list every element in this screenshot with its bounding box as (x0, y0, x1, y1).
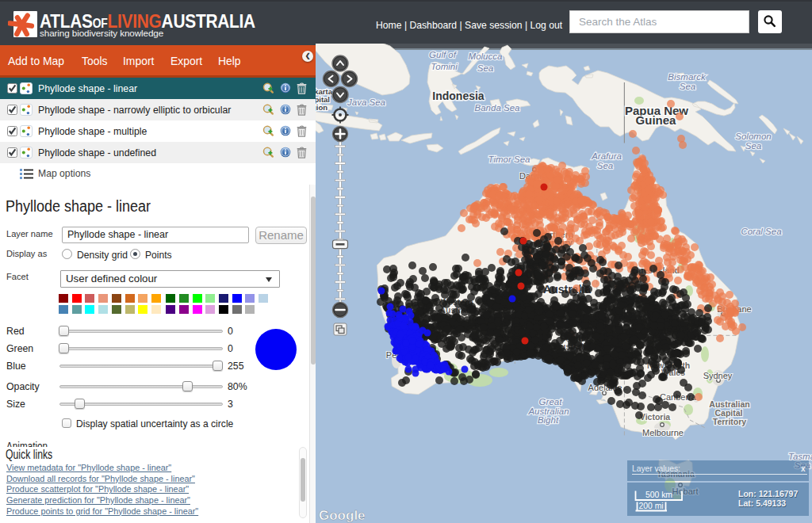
svg-text:Sea: Sea (680, 82, 695, 91)
svg-text:Sea: Sea (597, 161, 613, 170)
svg-text:Molucca: Molucca (469, 52, 503, 61)
svg-text:500 km: 500 km (645, 491, 672, 499)
svg-text:Bight: Bight (538, 415, 559, 425)
svg-text:Timor Sea: Timor Sea (488, 155, 530, 164)
svg-text:Victoria: Victoria (640, 412, 670, 422)
svg-text:Layer values:: Layer values: (632, 464, 680, 473)
svg-text:200 mi: 200 mi (638, 502, 663, 510)
svg-text:Google: Google (319, 508, 366, 523)
svg-text:Sydney: Sydney (703, 371, 733, 380)
svg-text:Guinea: Guinea (636, 113, 677, 127)
svg-text:Gulf of: Gulf of (429, 50, 458, 59)
svg-text:Banda Sea: Banda Sea (475, 103, 520, 113)
svg-text:gion: gion (316, 103, 327, 112)
svg-text:Java Sea: Java Sea (347, 97, 385, 107)
svg-text:Bismarck: Bismarck (668, 72, 707, 82)
svg-text:Indonesia: Indonesia (432, 90, 485, 102)
svg-text:Coral Sea: Coral Sea (741, 227, 781, 236)
svg-text:Arafura: Arafura (591, 151, 622, 161)
svg-text:Tomini: Tomini (431, 62, 458, 71)
svg-text:Sea: Sea (477, 63, 493, 73)
svg-text:Melbourne: Melbourne (642, 428, 684, 437)
svg-text:Lon: 121.16797: Lon: 121.16797 (738, 489, 798, 498)
svg-text:Territory: Territory (713, 417, 747, 426)
svg-text:Solomon: Solomon (735, 132, 771, 141)
svg-text:Sea: Sea (745, 141, 761, 151)
svg-text:Great: Great (539, 397, 563, 407)
svg-text:x: x (801, 464, 806, 473)
svg-text:Lat: 5.49133: Lat: 5.49133 (738, 498, 786, 508)
